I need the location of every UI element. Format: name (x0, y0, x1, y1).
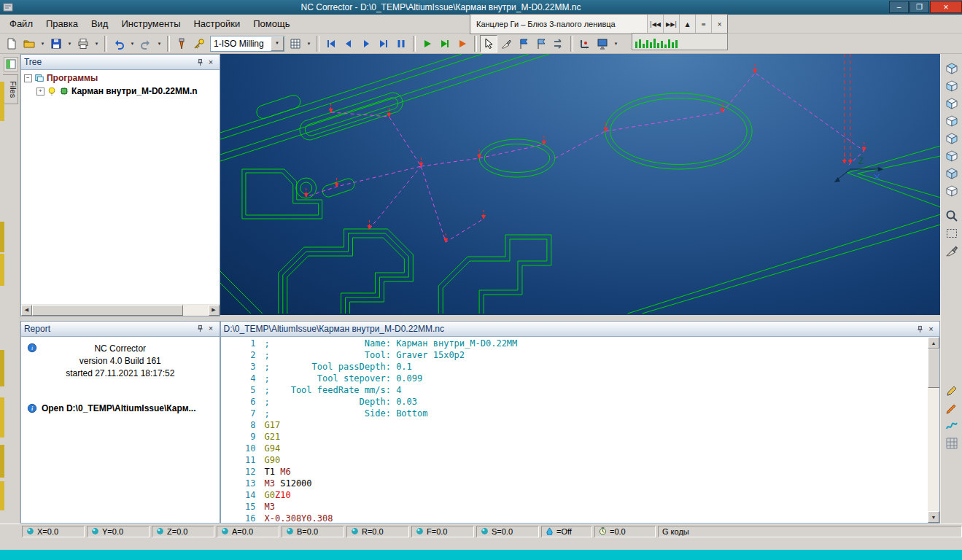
tree-pin-button[interactable] (195, 57, 206, 68)
print-button[interactable] (74, 35, 92, 52)
sim-pause-button[interactable] (392, 35, 410, 52)
scroll-down-icon[interactable]: ▼ (928, 511, 939, 523)
operation-combo[interactable]: 1-ISO Milling▼ (210, 36, 284, 52)
toolpath-params-button[interactable] (287, 35, 304, 52)
sim-step-back-button[interactable] (340, 35, 357, 52)
zoom-window-button[interactable] (943, 207, 961, 224)
report-pin-button[interactable] (195, 323, 206, 334)
tree-root-row[interactable]: − Программы (24, 71, 220, 85)
expand-icon[interactable]: + (36, 88, 44, 96)
view-right-button[interactable] (943, 112, 961, 129)
gcode-editor[interactable]: 1; Name: Карман внутри_M-D0.22MM2; Tool:… (221, 337, 940, 523)
tree-view[interactable]: − Программы + Карман внутри_M-D0.22MM.n (21, 70, 220, 304)
undo-button-group: ▼ (110, 35, 137, 52)
optimize-button[interactable] (550, 35, 567, 52)
select-cursor-button[interactable] (480, 35, 497, 52)
show-mesh-button[interactable] (943, 435, 961, 451)
line-number: 12 (221, 466, 265, 478)
lightbulb-icon[interactable] (47, 86, 57, 96)
toolpath-viewport[interactable]: Z (220, 54, 941, 315)
coords-capture-button[interactable] (576, 35, 594, 52)
run-fast-button[interactable] (454, 35, 471, 52)
line-number: 7 (221, 408, 265, 419)
menu-help[interactable]: Помощь (247, 15, 296, 32)
sim-to-end-button[interactable] (375, 35, 392, 52)
run-forward-button[interactable] (419, 35, 436, 52)
scroll-right-icon[interactable]: ▶ (209, 305, 220, 316)
background-window-fragment (0, 254, 4, 286)
scrollbar-track[interactable] (32, 305, 209, 316)
gcode-close-button[interactable]: × (926, 324, 936, 335)
axes-icon (579, 38, 591, 50)
tree-horizontal-scrollbar[interactable]: ◀ ▶ (21, 304, 220, 316)
scrollbar-thumb[interactable] (928, 349, 939, 388)
player-menu-button[interactable]: ≡ (695, 15, 711, 34)
menu-file[interactable]: Файл (3, 15, 39, 32)
close-button[interactable]: × (930, 1, 962, 13)
run-to-cursor-button[interactable] (436, 35, 454, 52)
measure-button[interactable] (943, 382, 961, 399)
redo-button-dropdown[interactable]: ▼ (155, 35, 164, 52)
view-top-button[interactable] (943, 60, 961, 77)
save-button-dropdown[interactable]: ▼ (65, 35, 74, 52)
open-file-button-dropdown[interactable]: ▼ (38, 35, 47, 52)
toolpath-params-button-dropdown[interactable]: ▼ (304, 35, 314, 52)
report-started-line: started 27.11.2021 18:17:52 (21, 368, 220, 380)
music-player-overlay: Канцлер Ги – Блюз 3-палого ленивца |◀◀▶▶… (470, 14, 728, 34)
menu-edit[interactable]: Правка (39, 15, 85, 32)
player-close-button[interactable]: × (711, 15, 727, 34)
set-end-flag-button[interactable] (532, 35, 550, 52)
sim-play-button[interactable] (357, 35, 375, 52)
mill-tool-button[interactable] (173, 35, 190, 52)
maximize-button[interactable]: ❐ (909, 1, 929, 13)
code-line: 15M3 (221, 501, 928, 513)
display-options-button-dropdown[interactable]: ▼ (611, 35, 621, 52)
player-next-button[interactable]: ▶▶| (663, 15, 679, 34)
files-panel-button[interactable] (4, 57, 18, 71)
surface-icon (945, 419, 958, 432)
minimize-button[interactable]: – (889, 1, 909, 13)
scrollbar-thumb[interactable] (32, 305, 183, 316)
background-window-fragment (0, 350, 4, 386)
zoom-extents-button[interactable] (943, 225, 961, 241)
view-iso-back-button[interactable] (943, 182, 961, 199)
undo-button[interactable] (110, 35, 128, 52)
report-close-button[interactable]: × (206, 323, 217, 334)
view-front-button[interactable] (943, 130, 961, 147)
files-tab[interactable]: Files (3, 74, 18, 104)
tree-close-button[interactable]: × (206, 57, 217, 68)
redo-button[interactable] (137, 35, 155, 52)
report-panel-header: Report × (21, 322, 220, 337)
undo-button-dropdown[interactable]: ▼ (128, 35, 137, 52)
save-button[interactable] (47, 35, 65, 52)
mark-region-button[interactable] (943, 400, 961, 416)
menu-settings[interactable]: Настройки (187, 15, 247, 32)
edit-path-button[interactable] (497, 35, 515, 52)
view-bottom-button[interactable] (943, 77, 961, 94)
view-iso-button[interactable] (943, 165, 961, 182)
open-file-button[interactable] (20, 35, 38, 52)
desktop-taskbar-strip (0, 550, 962, 560)
menu-tools[interactable]: Инструменты (115, 15, 187, 32)
set-start-flag-button[interactable] (515, 35, 532, 52)
scroll-left-icon[interactable]: ◀ (21, 305, 32, 316)
menu-view[interactable]: Вид (85, 15, 115, 32)
tool-library-button[interactable] (190, 35, 208, 52)
gcode-pin-button[interactable] (915, 324, 926, 335)
player-eject-button[interactable]: ▲ (679, 15, 695, 34)
equalizer-bar (664, 44, 667, 48)
view-back-button[interactable] (943, 147, 961, 164)
display-options-button[interactable] (594, 35, 611, 52)
player-prev-button[interactable]: |◀◀ (647, 15, 663, 34)
print-button-dropdown[interactable]: ▼ (92, 35, 101, 52)
show-surface-button[interactable] (943, 417, 961, 434)
combo-dropdown-icon[interactable]: ▼ (271, 36, 284, 51)
sim-to-start-button[interactable] (322, 35, 340, 52)
collapse-icon[interactable]: − (24, 74, 32, 82)
view-left-button[interactable] (943, 95, 961, 112)
scroll-up-icon[interactable]: ▲ (928, 337, 939, 349)
tree-program-row[interactable]: + Карман внутри_M-D0.22MM.n (24, 85, 220, 98)
new-file-button[interactable] (3, 35, 20, 52)
section-view-button[interactable] (943, 242, 961, 259)
code-vertical-scrollbar[interactable]: ▲ ▼ (928, 337, 939, 523)
